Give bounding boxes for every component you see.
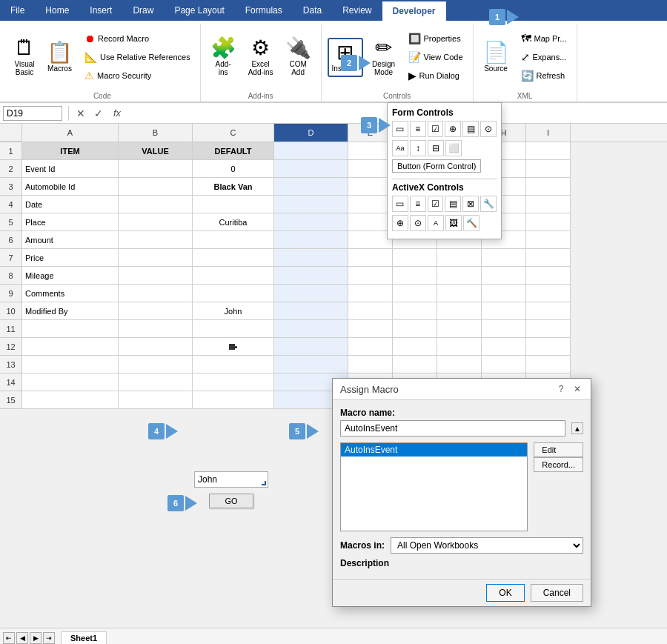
next-sheet-btn[interactable]: ▶	[30, 632, 42, 644]
cell-a6[interactable]: Amount	[22, 231, 119, 249]
cell-a14[interactable]	[22, 374, 119, 391]
cell-b11[interactable]	[119, 320, 193, 338]
john-input-cell[interactable]: John	[194, 471, 268, 488]
row-header-4[interactable]: 4	[0, 196, 22, 213]
cell-f13[interactable]	[393, 356, 437, 374]
refresh-button[interactable]: 🔄 Refresh	[517, 67, 571, 84]
cell-c3[interactable]: Black Van	[193, 178, 274, 196]
row-header-8[interactable]: 8	[0, 267, 22, 285]
cell-e7[interactable]	[348, 249, 393, 267]
tab-draw[interactable]: Draw	[122, 0, 164, 21]
fc-group-icon[interactable]: ⬜	[445, 140, 462, 156]
ax-check-icon[interactable]: ☑	[428, 196, 444, 212]
prev-sheet-btn[interactable]: ◀	[16, 632, 28, 644]
cell-f7[interactable]	[393, 249, 437, 267]
cell-e10[interactable]	[348, 302, 393, 320]
cell-g8[interactable]	[437, 267, 482, 285]
tab-formulas[interactable]: Formulas	[235, 0, 293, 21]
cell-b5[interactable]	[119, 213, 193, 231]
record-button[interactable]: Record...	[534, 457, 583, 472]
cell-i1[interactable]	[526, 142, 571, 160]
cell-h13[interactable]	[482, 356, 526, 374]
fc-list-icon[interactable]: ▤	[462, 121, 479, 137]
formula-confirm-icon[interactable]: ✓	[94, 107, 103, 119]
cell-b9[interactable]	[119, 285, 193, 302]
view-code-button[interactable]: 📝 View Code	[405, 49, 467, 65]
cell-d12[interactable]	[274, 338, 348, 356]
col-header-a[interactable]: A	[22, 124, 119, 142]
cell-i11[interactable]	[526, 320, 571, 338]
cell-i10[interactable]	[526, 302, 571, 320]
fc-label-icon[interactable]: Aa	[392, 140, 408, 156]
cell-a12[interactable]	[22, 338, 119, 356]
cell-a5[interactable]: Place	[22, 213, 119, 231]
cell-i13[interactable]	[526, 356, 571, 374]
sheet-tab-sheet1[interactable]: Sheet1	[61, 631, 107, 644]
ax-spin-icon[interactable]: ⊕	[392, 215, 408, 231]
tab-page-layout[interactable]: Page Layout	[164, 0, 234, 21]
cell-c2[interactable]: 0	[193, 160, 274, 178]
formula-cancel-icon[interactable]: ✕	[76, 107, 85, 119]
cell-i7[interactable]	[526, 249, 571, 267]
cell-f9[interactable]	[393, 285, 437, 302]
expand-button[interactable]: ⤢ Expans...	[517, 49, 571, 65]
cell-g9[interactable]	[437, 285, 482, 302]
first-sheet-btn[interactable]: ⇤	[3, 632, 15, 644]
cell-g11[interactable]	[437, 320, 482, 338]
cell-e8[interactable]	[348, 267, 393, 285]
cell-a15[interactable]	[22, 391, 119, 409]
cell-e4[interactable]	[348, 196, 393, 213]
tab-insert[interactable]: Insert	[79, 0, 122, 21]
cell-c7[interactable]	[193, 249, 274, 267]
row-header-11[interactable]: 11	[0, 320, 22, 338]
cell-d1[interactable]	[274, 142, 348, 160]
cell-c4[interactable]	[193, 196, 274, 213]
col-header-b[interactable]: B	[119, 124, 193, 142]
cell-d7[interactable]	[274, 249, 348, 267]
cell-f12[interactable]	[393, 338, 437, 356]
cell-e3[interactable]	[348, 178, 393, 196]
fc-scroll-icon[interactable]: ↕	[410, 140, 426, 156]
fc-spin-icon[interactable]: ⊕	[445, 121, 461, 137]
cell-b15[interactable]	[119, 391, 193, 409]
cell-b10[interactable]	[119, 302, 193, 320]
macro-list-item[interactable]: AutoInsEvent	[341, 443, 527, 457]
cell-a3[interactable]: Automobile Id	[22, 178, 119, 196]
cell-i6[interactable]	[526, 231, 571, 249]
cell-e9[interactable]	[348, 285, 393, 302]
add-ins-button[interactable]: 🧩 Add-ins	[207, 34, 240, 80]
macro-name-input[interactable]	[340, 420, 565, 436]
row-header-9[interactable]: 9	[0, 285, 22, 302]
col-header-c[interactable]: C	[193, 124, 274, 142]
cell-a8[interactable]: Mileage	[22, 267, 119, 285]
cell-e5[interactable]	[348, 213, 393, 231]
excel-addins-button[interactable]: ⚙ ExcelAdd-ins	[245, 34, 277, 80]
row-header-3[interactable]: 3	[0, 178, 22, 196]
ax-list-icon[interactable]: ▤	[445, 196, 461, 212]
row-header-1[interactable]: 1	[0, 142, 22, 160]
cell-c14[interactable]	[193, 374, 274, 391]
cell-h7[interactable]	[482, 249, 526, 267]
map-properties-button[interactable]: 🗺 Map Pr...	[517, 30, 571, 47]
cell-d4[interactable]	[274, 196, 348, 213]
cell-e13[interactable]	[348, 356, 393, 374]
go-button-label[interactable]: GO	[209, 494, 253, 508]
cell-a10[interactable]: Modified By	[22, 302, 119, 320]
fc-combo-icon[interactable]: ≡	[410, 121, 426, 137]
tab-data[interactable]: Data	[293, 0, 332, 21]
dialog-close-btn[interactable]: ✕	[571, 383, 583, 395]
cell-a2[interactable]: Event Id	[22, 160, 119, 178]
cell-g10[interactable]	[437, 302, 482, 320]
source-button[interactable]: 📄 Source	[479, 39, 513, 76]
cell-c13[interactable]	[193, 356, 274, 374]
run-dialog-button[interactable]: ▶ Run Dialog	[405, 67, 467, 84]
ax-scroll-icon[interactable]: 🔧	[480, 196, 497, 212]
cell-b1[interactable]: VALUE	[119, 142, 193, 160]
fc-slider-icon[interactable]: ⊟	[428, 140, 444, 156]
row-header-13[interactable]: 13	[0, 356, 22, 374]
fc-radio-icon[interactable]: ⊙	[480, 121, 497, 137]
cell-c10[interactable]: John	[193, 302, 274, 320]
cell-d6[interactable]	[274, 231, 348, 249]
cell-e6[interactable]	[348, 231, 393, 249]
ax-label-icon[interactable]: A	[428, 215, 444, 231]
